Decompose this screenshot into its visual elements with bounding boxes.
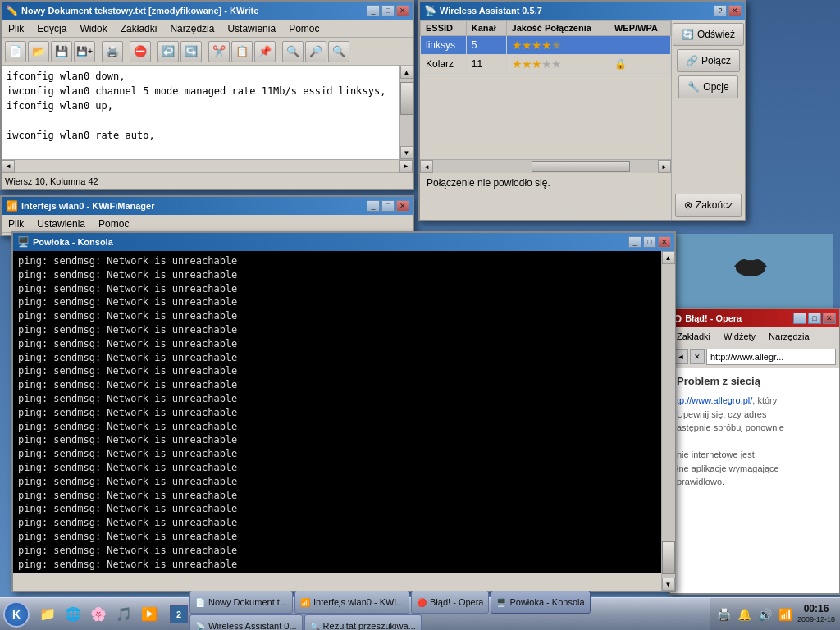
tray-volume[interactable]: 🔊 [756, 605, 774, 623]
wireless-controls: ? ✕ [714, 5, 742, 16]
tb-redo[interactable]: ↪️ [180, 41, 202, 62]
taskbar-pager[interactable]: 2 [170, 605, 188, 623]
kwifi-maximize[interactable]: □ [381, 200, 395, 212]
kwrite-minimize[interactable]: _ [367, 5, 380, 16]
wireless-scroll-thumb[interactable] [532, 161, 630, 172]
kwrite-scroll-up[interactable]: ▲ [400, 66, 413, 79]
start-button[interactable]: K [3, 601, 30, 628]
taskbar-task-rezultat[interactable]: 🔍 Rezultat przeszukiwa... [304, 614, 422, 630]
kwifi-menu-ustawienia[interactable]: Ustawienia [30, 215, 92, 232]
kwrite-hscrollbar[interactable]: ◄ ► [2, 159, 413, 172]
taskbar-task-wireless[interactable]: 📡 Wireless Assistant 0... [189, 614, 303, 630]
konsola-line-23: ping: sendmsg: Network is unreachable [18, 558, 656, 572]
kwrite-vscrollbar[interactable]: ▲ ▼ [399, 66, 413, 159]
tb-paste[interactable]: 📌 [254, 41, 276, 62]
wireless-titlebar[interactable]: 📡 Wireless Assistant 0.5.7 ? ✕ [420, 2, 745, 20]
opera-close[interactable]: ✕ [823, 313, 836, 324]
taskbar-task-kwifi[interactable]: 📶 Interfejs wlan0 - KWi... [294, 591, 409, 614]
refresh-button[interactable]: 🔄 Odśwież [673, 23, 744, 46]
kwifi-titlebar[interactable]: 📶 Interfejs wlan0 - KWiFiManager _ □ ✕ [2, 197, 413, 215]
kwifi-minimize[interactable]: _ [367, 200, 380, 212]
tb-copy[interactable]: 📋 [231, 41, 253, 62]
tb-save2[interactable]: 💾+ [74, 41, 95, 62]
kwifi-menu-plik[interactable]: Plik [2, 215, 30, 232]
konsola-line-14: ping: sendmsg: Network is unreachable [18, 433, 656, 447]
kwrite-titlebar[interactable]: ✏️ Nowy Dokument tekstowy.txt [zmodyfiko… [2, 2, 413, 20]
kwrite-scroll-left[interactable]: ◄ [2, 160, 15, 173]
tb-undo[interactable]: ↩️ [158, 41, 179, 62]
taskbar-clock: 00:16 2009-12-18 [797, 603, 835, 625]
kwrite-menu-edycja[interactable]: Edycja [30, 20, 73, 37]
tray-printer[interactable]: 🖨️ [715, 605, 733, 623]
tb-stop[interactable]: ⛔ [130, 41, 151, 62]
taskbar-task-opera[interactable]: 🔴 Błąd! - Opera [411, 591, 489, 614]
wireless-scroll-left[interactable]: ◄ [420, 160, 433, 173]
kwifi-menubar: Plik Ustawienia Pomoc [2, 215, 413, 233]
opera-titlebar[interactable]: O Błąd! - Opera _ □ ✕ [670, 309, 839, 327]
taskbar-task-kwrite[interactable]: 📄 Nowy Dokument t... [189, 591, 293, 614]
opera-maximize[interactable]: □ [808, 313, 821, 324]
kwrite-menu-narzedzia[interactable]: Narzędzia [163, 20, 221, 37]
opera-menu-zakladki[interactable]: Zakładki [670, 327, 717, 345]
konsola-scroll-track[interactable] [662, 264, 675, 578]
tb-new[interactable]: 📄 [5, 41, 26, 62]
quicklaunch-addon[interactable]: 🌸 [87, 603, 110, 626]
task-wireless-icon: 📡 [195, 621, 205, 630]
konsola-maximize[interactable]: □ [643, 236, 656, 248]
kwrite-menu-plik[interactable]: Plik [2, 20, 30, 37]
konsola-content[interactable]: ping: sendmsg: Network is unreachable pi… [13, 251, 661, 573]
konsola-scroll-down[interactable]: ▼ [662, 578, 675, 591]
kwrite-menu-pomoc[interactable]: Pomoc [282, 20, 326, 37]
konsola-line-24: ping: sendmsg: Network is unreachable [18, 571, 656, 573]
quit-button[interactable]: ⊗ Zakończ [675, 194, 742, 217]
opera-nav-btn2[interactable]: ✕ [690, 349, 705, 364]
kwrite-menu-zakladki[interactable]: Zakładki [114, 20, 164, 37]
kwrite-menu-ustawienia[interactable]: Ustawienia [221, 20, 282, 37]
kwrite-scroll-down[interactable]: ▼ [400, 146, 413, 159]
wireless-help[interactable]: ? [714, 5, 727, 16]
tb-search[interactable]: 🔍 [282, 41, 304, 62]
wireless-row-kolarz[interactable]: Kolarz 11 ★★★★★ 🔒 [421, 55, 671, 74]
kwrite-close[interactable]: ✕ [396, 5, 409, 16]
tb-cut[interactable]: ✂️ [208, 41, 230, 62]
wireless-htrack[interactable] [433, 160, 658, 173]
tray-wifi[interactable]: 📶 [777, 605, 795, 623]
kwifi-menu-pomoc[interactable]: Pomoc [92, 215, 135, 232]
wireless-close[interactable]: ✕ [728, 5, 742, 16]
options-button[interactable]: 🔧 Opcje [678, 75, 737, 98]
tb-open[interactable]: 📂 [28, 41, 49, 62]
kwrite-menu-widok[interactable]: Widok [73, 20, 113, 37]
kwrite-scroll-track[interactable] [400, 79, 413, 146]
konsola-minimize[interactable]: _ [628, 236, 641, 248]
connect-button[interactable]: 🔗 Połącz [677, 49, 740, 72]
quicklaunch-video[interactable]: ▶️ [138, 603, 161, 626]
konsola-close[interactable]: ✕ [658, 236, 671, 248]
kwrite-scroll-thumb[interactable] [400, 82, 413, 115]
konsola-titlebar[interactable]: 🖥️ Powłoka - Konsola _ □ ✕ [13, 233, 674, 251]
konsola-scroll-up[interactable]: ▲ [662, 251, 675, 264]
tb-print[interactable]: 🖨️ [102, 41, 123, 62]
wireless-hscrollbar[interactable]: ◄ ► [420, 159, 671, 172]
kwifi-close[interactable]: ✕ [396, 200, 409, 212]
kwrite-scroll-right[interactable]: ► [399, 160, 413, 173]
tray-network[interactable]: 🔔 [736, 605, 754, 623]
opera-menu-widzety[interactable]: Widżety [717, 327, 762, 345]
wireless-row-linksys[interactable]: linksys 5 ★★★★★ [421, 36, 671, 55]
quicklaunch-browser[interactable]: 🌐 [62, 603, 84, 626]
quicklaunch: 📁 🌐 🌸 🎵 ▶️ [36, 603, 161, 626]
quicklaunch-files[interactable]: 📁 [36, 603, 59, 626]
quicklaunch-music[interactable]: 🎵 [112, 603, 135, 626]
opera-minimize[interactable]: _ [793, 313, 806, 324]
opera-urlbar[interactable]: http://www.allegr... [706, 349, 836, 365]
konsola-line-19: ping: sendmsg: Network is unreachable [18, 502, 656, 516]
taskbar-task-konsola[interactable]: 🖥️ Powłoka - Konsola [491, 591, 590, 614]
tb-zoom-out[interactable]: 🔍 [328, 41, 349, 62]
konsola-vscrollbar[interactable]: ▲ ▼ [661, 251, 674, 591]
konsola-scroll-thumb[interactable] [662, 541, 675, 574]
kwrite-content[interactable]: ifconfig wlan0 down, iwconfig wlan0 chan… [2, 66, 399, 159]
tb-zoom-in[interactable]: 🔎 [305, 41, 326, 62]
opera-menu-narzedzia[interactable]: Narzędzia [762, 327, 816, 345]
wireless-scroll-right[interactable]: ► [658, 160, 671, 173]
tb-save[interactable]: 💾 [51, 41, 72, 62]
kwrite-maximize[interactable]: □ [381, 5, 395, 16]
